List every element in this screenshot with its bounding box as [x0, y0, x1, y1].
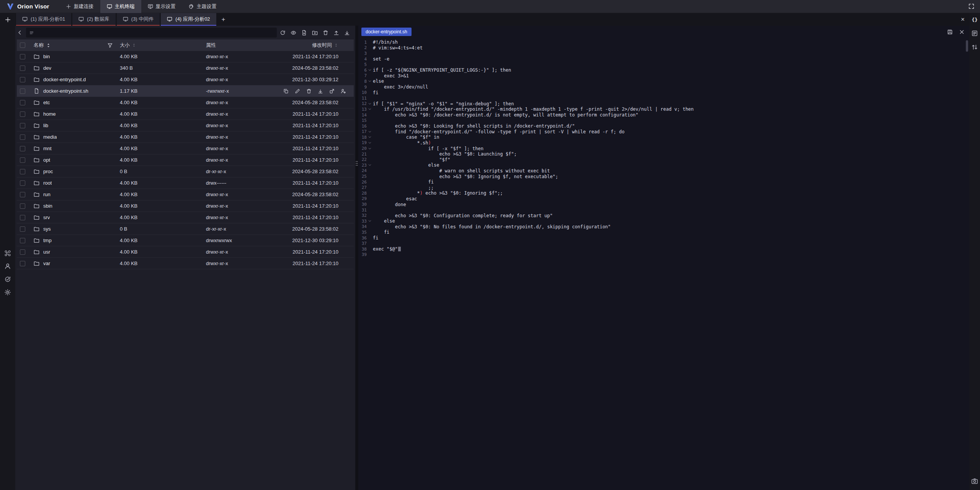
file-row[interactable]: media4.00 KBdrwxr-xr-x2021-11-24 17:20:1… [17, 131, 354, 143]
sort-name-icon[interactable] [46, 43, 51, 48]
row-checkbox[interactable] [20, 54, 25, 59]
back-icon[interactable] [17, 29, 23, 36]
fold-icon[interactable] [367, 79, 373, 83]
fold-icon[interactable] [367, 147, 373, 151]
nav-item-label: 新建连接 [74, 3, 94, 10]
fold-icon[interactable] [367, 219, 373, 223]
file-row[interactable]: run4.00 KBdrwxr-xr-x2024-05-28 23:58:02 [17, 189, 354, 200]
file-row[interactable]: sys0 Bdr-xr-xr-x2024-05-28 23:58:02 [17, 223, 354, 235]
file-row[interactable]: usr4.00 KBdrwxr-xr-x2021-11-24 17:20:10 [17, 246, 354, 258]
fold-icon[interactable] [367, 135, 373, 139]
file-row[interactable]: proc0 Bdr-xr-xr-x2024-05-28 23:58:02 [17, 166, 354, 177]
upload-icon[interactable] [333, 30, 339, 36]
row-checkbox[interactable] [20, 134, 25, 140]
row-checkbox[interactable] [20, 249, 25, 255]
file-row[interactable]: var4.00 KBdrwxr-xr-x2021-11-24 17:20:10 [17, 258, 354, 269]
fold-icon[interactable] [367, 163, 373, 167]
eye-icon[interactable] [291, 30, 296, 36]
copy-icon[interactable] [283, 88, 289, 94]
file-row[interactable]: tmp4.00 KBdrwxrwxrwx2021-12-30 03:29:10 [17, 235, 354, 246]
row-checkbox[interactable] [20, 261, 25, 266]
editor-file-tab[interactable]: docker-entrypoint.sh [361, 28, 412, 36]
row-checkbox[interactable] [20, 238, 25, 243]
fold-icon[interactable] [367, 68, 373, 72]
permission-icon[interactable] [341, 88, 346, 94]
row-checkbox[interactable] [20, 88, 25, 94]
close-all-icon[interactable]: × [956, 13, 969, 26]
user-icon[interactable] [4, 263, 11, 270]
panel-divider[interactable] [355, 26, 358, 490]
fold-icon[interactable] [367, 130, 373, 134]
path-input[interactable] [37, 30, 274, 35]
sort-mtime-icon[interactable] [334, 43, 338, 48]
new-folder-icon[interactable] [312, 30, 318, 36]
fold-icon[interactable] [367, 102, 373, 106]
row-checkbox[interactable] [20, 192, 25, 197]
edit-icon[interactable] [295, 88, 300, 94]
file-row[interactable]: home4.00 KBdrwxr-xr-x2021-11-24 17:20:10 [17, 108, 354, 120]
row-checkbox[interactable] [20, 146, 25, 151]
download-icon[interactable] [318, 88, 323, 94]
row-checkbox[interactable] [20, 77, 25, 82]
fold-icon[interactable] [367, 141, 373, 145]
row-checkbox[interactable] [20, 203, 25, 209]
scrollbar-thumb[interactable] [966, 40, 968, 52]
file-row[interactable]: dev340 Bdrwxr-xr-x2024-05-28 23:58:02 [17, 62, 354, 74]
file-row[interactable]: mnt4.00 KBdrwxr-xr-x2021-11-24 17:20:10 [17, 143, 354, 154]
move-icon[interactable] [329, 88, 335, 94]
code-editor[interactable]: 1#!/bin/sh2# vim:sw=4:ts=4:et34set -e56i… [358, 38, 969, 490]
swap-icon[interactable] [971, 44, 978, 51]
file-row[interactable]: docker-entrypoint.d4.00 KBdrwxr-xr-x2021… [17, 74, 354, 85]
row-checkbox[interactable] [20, 169, 25, 174]
braces-icon[interactable]: {} [971, 16, 978, 23]
terminal-tab[interactable]: (2) 数据库 [72, 13, 116, 26]
nav-item[interactable]: 显示设置 [141, 0, 182, 13]
close-icon[interactable] [959, 29, 965, 35]
fullscreen-icon[interactable] [968, 3, 975, 10]
refresh-icon[interactable] [280, 30, 286, 36]
nav-item[interactable]: 新建连接 [59, 0, 100, 13]
terminal-tab[interactable]: (4) 应用-分析02 [161, 13, 216, 26]
sort-size-icon[interactable] [132, 43, 136, 48]
code-line: 17 find "/docker-entrypoint.d/" -follow … [360, 129, 969, 135]
trash-icon[interactable] [323, 30, 328, 36]
new-connection-icon[interactable] [5, 16, 11, 23]
file-row[interactable]: root4.00 KBdrwx------2021-11-24 17:20:10 [17, 177, 354, 189]
trash-icon[interactable] [306, 88, 312, 94]
row-checkbox[interactable] [20, 100, 25, 105]
select-all-checkbox[interactable] [20, 43, 25, 48]
fold-icon[interactable] [367, 107, 373, 111]
sync-icon[interactable] [4, 276, 11, 283]
file-row[interactable]: etc4.00 KBdrwxr-xr-x2024-05-28 23:58:02 [17, 97, 354, 108]
drag-handle-icon[interactable] [356, 161, 358, 166]
gear-icon[interactable] [4, 289, 11, 296]
row-checkbox[interactable] [20, 66, 25, 71]
terminal-tab[interactable]: (3) 中间件 [117, 13, 160, 26]
file-row[interactable]: bin4.00 KBdrwxr-xr-x2021-11-24 17:20:10 [17, 51, 354, 62]
row-checkbox[interactable] [20, 157, 25, 163]
list-icon[interactable] [971, 30, 978, 37]
row-checkbox[interactable] [20, 215, 25, 220]
row-checkbox[interactable] [20, 123, 25, 128]
file-row[interactable]: srv4.00 KBdrwxr-xr-x2021-11-24 17:20:10 [17, 212, 354, 223]
path-menu-icon[interactable] [29, 30, 34, 35]
file-size: 4.00 KB [120, 146, 206, 151]
nav-item[interactable]: 主机终端 [100, 0, 141, 13]
download-icon[interactable] [344, 30, 350, 36]
file-row[interactable]: sbin4.00 KBdrwxr-xr-x2021-11-24 17:20:10 [17, 200, 354, 212]
row-checkbox[interactable] [20, 111, 25, 117]
file-row[interactable]: lib4.00 KBdrwxr-xr-x2021-11-24 17:20:10 [17, 120, 354, 131]
file-row[interactable]: docker-entrypoint.sh1.17 KB-rwxrwxr-x [17, 85, 354, 97]
new-file-icon[interactable] [301, 30, 307, 36]
filter-icon[interactable] [107, 43, 113, 48]
camera-icon[interactable] [971, 478, 978, 485]
row-checkbox[interactable] [20, 226, 25, 232]
add-tab-button[interactable]: + [216, 13, 231, 26]
row-checkbox[interactable] [20, 180, 25, 186]
command-icon[interactable] [4, 250, 11, 257]
brand[interactable]: Orion Visor [7, 3, 59, 10]
save-icon[interactable] [947, 29, 953, 35]
terminal-tab[interactable]: (1) 应用-分析01 [16, 13, 71, 26]
nav-item[interactable]: 主题设置 [182, 0, 223, 13]
file-row[interactable]: opt4.00 KBdrwxr-xr-x2021-11-24 17:20:10 [17, 154, 354, 166]
